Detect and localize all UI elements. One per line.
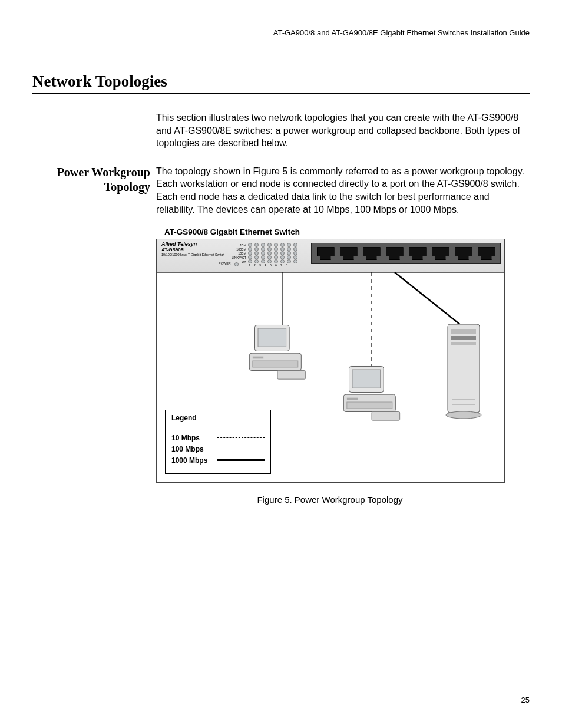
ethernet-port-icon <box>386 247 404 260</box>
svg-rect-6 <box>253 357 263 359</box>
server-icon <box>444 322 485 424</box>
svg-rect-7 <box>253 361 298 367</box>
svg-rect-13 <box>347 402 392 409</box>
section-title: Network Topologies <box>32 73 530 91</box>
switch-label: Allied Telesyn AT-GS908L 10/100/1000Base… <box>161 242 224 256</box>
svg-rect-18 <box>451 342 476 345</box>
intro-paragraph: This section illustrates two network top… <box>156 111 530 150</box>
legend-title: Legend <box>166 410 270 426</box>
svg-point-21 <box>446 411 481 419</box>
line-thick-icon <box>217 459 265 461</box>
power-label: POWER <box>219 262 231 265</box>
ethernet-port-icon <box>363 247 381 260</box>
legend-row: 100 Mbps <box>171 445 265 453</box>
margin-heading: Power Workgroup Topology <box>32 165 156 195</box>
line-dashed-icon <box>217 437 265 438</box>
svg-line-2 <box>395 272 464 328</box>
svg-rect-16 <box>451 329 476 334</box>
ethernet-port-icon <box>317 247 335 260</box>
port-panel <box>311 243 501 264</box>
legend-label: 100 Mbps <box>171 445 217 453</box>
switch-desc: 10/100/1000Base-T Gigabit Ethernet Switc… <box>161 253 224 256</box>
workstation-icon <box>245 322 310 384</box>
svg-rect-12 <box>347 398 358 400</box>
legend-row: 10 Mbps <box>171 434 265 442</box>
led-port-numbers: 12345678 <box>248 263 297 267</box>
led-label: 10M <box>227 243 248 247</box>
figure-caption: Figure 5. Power Workgroup Topology <box>156 495 504 505</box>
figure-device-title: AT-GS900/8 Gigabit Ethernet Switch <box>164 228 530 236</box>
topology-diagram: Allied Telesyn AT-GS908L 10/100/1000Base… <box>156 239 505 483</box>
switch-model: AT-GS908L <box>161 248 224 253</box>
section-rule <box>32 93 530 94</box>
led-label: 1000M <box>227 248 248 251</box>
ethernet-port-icon <box>340 247 358 260</box>
page-number: 25 <box>521 696 530 704</box>
ethernet-port-icon <box>478 247 495 260</box>
svg-rect-17 <box>451 336 476 340</box>
ethernet-port-icon <box>409 247 427 260</box>
svg-rect-4 <box>258 328 286 347</box>
svg-rect-10 <box>352 370 381 388</box>
led-label: 100M <box>227 252 248 255</box>
svg-rect-14 <box>372 412 400 421</box>
ethernet-port-icon <box>432 247 449 260</box>
led-label: LINK/ACT <box>227 256 248 259</box>
legend-box: Legend 10 Mbps 100 Mbps 1000 Mbps <box>165 410 271 474</box>
ethernet-port-icon <box>455 247 472 260</box>
running-header: AT-GA900/8 and AT-GA900/8E Gigabit Ether… <box>32 28 530 37</box>
line-thin-icon <box>217 449 265 449</box>
body-paragraph: The topology shown in Figure 5 is common… <box>156 165 530 216</box>
legend-row: 1000 Mbps <box>171 456 265 465</box>
workstation-icon <box>339 363 404 425</box>
svg-rect-8 <box>277 371 306 380</box>
legend-label: 1000 Mbps <box>171 456 217 465</box>
legend-label: 10 Mbps <box>171 434 217 442</box>
ethernet-switch: Allied Telesyn AT-GS908L 10/100/1000Base… <box>157 239 504 273</box>
